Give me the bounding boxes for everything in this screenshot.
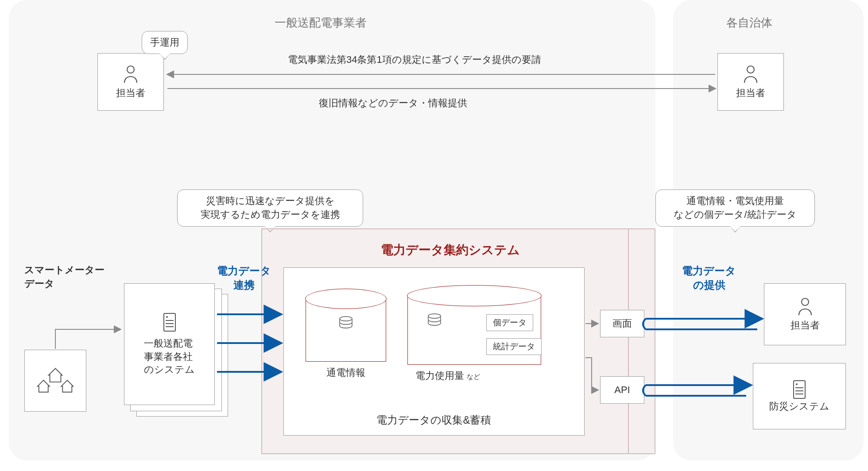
database-icon [426,313,442,328]
svg-rect-10 [794,381,805,398]
box-disaster-system: 防災システム [753,363,846,429]
label-response: 復旧情報などのデータ・情報提供 [319,97,467,110]
system-title: 電力データ集約システム [381,242,520,259]
actor-tdso-person: 担当者 [97,53,164,111]
system-frame-right [629,228,655,454]
houses-icon [36,365,74,396]
disaster-system-label: 防災システム [769,400,829,413]
person-icon [796,297,814,316]
label-request: 電気事業法第34条第1項の規定に基づくデータ提供の要請 [288,53,541,66]
zone-muni-title: 各自治体 [726,15,772,31]
svg-point-3 [166,316,168,318]
person-icon [742,64,760,84]
actor-muni-person-top-label: 担当者 [736,86,765,100]
actor-muni-person-bottom-label: 担当者 [790,319,820,332]
output-screen: 画面 [600,310,644,337]
svg-point-0 [127,66,134,73]
actor-muni-person-top: 担当者 [717,53,784,111]
svg-point-1 [747,66,754,73]
output-api-label: API [614,383,630,397]
svg-point-7 [340,317,352,321]
server-icon [163,312,177,332]
bubble-link: 災害時に迅速なデータ提供を 実現するため電力データを連携 [177,189,363,227]
output-api: API [600,376,644,404]
bubble-provide: 通電情報・電気使用量 などの個データ/統計データ [655,189,815,227]
minibox-stat: 統計データ [486,338,542,355]
zone-tdso-title: 一般送配電事業者 [275,15,367,31]
svg-point-11 [796,383,798,385]
cyl-power-status: 通電情報 [306,299,386,379]
database-icon [338,316,354,331]
svg-rect-2 [164,313,175,331]
bubble-manual: 手運用 [142,31,188,54]
actor-tdso-person-label: 担当者 [116,86,145,100]
label-provide: 電力データ の提供 [682,264,736,293]
diagram-stage: 一般送配電事業者 各自治体 担当者 担当者 手運用 電気事業法第34条第1項の規… [0,0,868,471]
cyl2-sub: など [467,373,480,381]
server-icon [792,379,806,400]
system-inner-title: 電力データの収集&蓄積 [284,413,584,427]
stack-tdso-label: 一般送配電 事業者各社 のシステム [144,337,195,376]
cyl2-label: 電力使用量 [415,369,464,382]
person-icon [122,64,140,84]
output-screen-label: 画面 [612,317,632,330]
box-houses [24,350,86,412]
cyl1-label: 通電情報 [326,366,365,379]
svg-point-8 [428,314,441,318]
minibox-individual: 個データ [486,314,533,331]
label-smartmeter: スマートメーター データ [24,263,105,291]
svg-point-9 [802,298,809,305]
actor-muni-person-bottom: 担当者 [764,283,846,345]
